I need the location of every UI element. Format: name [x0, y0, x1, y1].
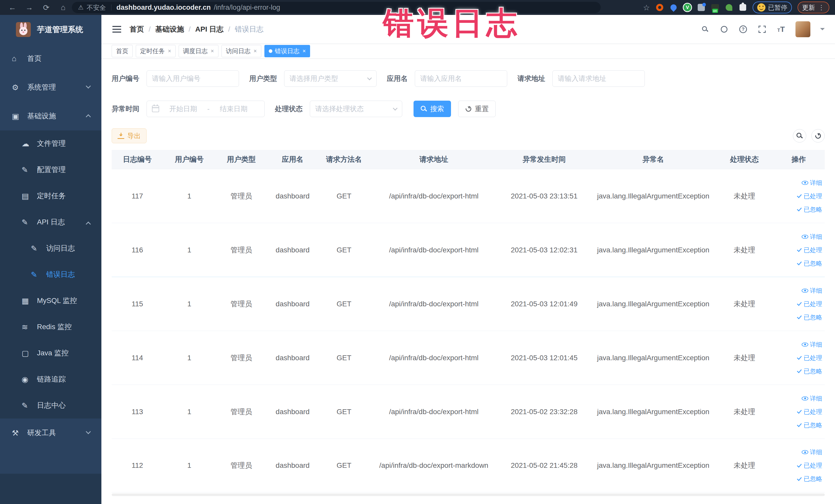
request-url-label: 请求地址: [517, 74, 545, 83]
font-size-icon[interactable]: TT: [776, 25, 786, 34]
app-name-input[interactable]: [415, 70, 507, 87]
forward-icon[interactable]: →: [23, 2, 36, 13]
sidebar-item-config-manage[interactable]: ✎ 配置管理: [0, 157, 101, 183]
back-icon[interactable]: ←: [6, 2, 19, 13]
sidebar-item-infrastructure[interactable]: ▣ 基础设施: [0, 102, 101, 130]
eye-icon: [802, 288, 808, 293]
sidebar-item-file-manage[interactable]: ☁ 文件管理: [0, 130, 101, 157]
home-icon-browser[interactable]: ⌂: [57, 2, 70, 13]
user-avatar[interactable]: [795, 21, 810, 37]
gear-icon: ⚙: [12, 83, 23, 92]
monitor-icon: ▣: [12, 112, 23, 121]
tag-cron-job[interactable]: 定时任务 ×: [136, 45, 176, 57]
mark-processed-link[interactable]: 已处理: [797, 192, 822, 200]
detail-link[interactable]: 详细: [802, 395, 822, 403]
search-button[interactable]: 搜索: [413, 101, 451, 117]
user-type-select[interactable]: 请选择用户类型: [284, 70, 376, 87]
help-icon[interactable]: ?: [738, 25, 748, 34]
search-icon[interactable]: [700, 25, 710, 34]
extension-icon-on-badge[interactable]: [711, 3, 719, 12]
extension-icon-plant[interactable]: [725, 3, 733, 12]
sidebar-item-access-log[interactable]: ✎ 访问日志: [0, 235, 101, 261]
reload-icon[interactable]: ⟳: [40, 2, 53, 13]
tag-home[interactable]: 首页: [111, 45, 133, 57]
sidebar-item-error-log[interactable]: ✎ 错误日志: [0, 261, 101, 287]
process-status-select[interactable]: 请选择处理状态: [310, 101, 402, 117]
extensions-puzzle-icon[interactable]: [739, 3, 747, 12]
sidebar-item-redis-monitor[interactable]: ≋ Redis 监控: [0, 314, 101, 340]
user-id-input[interactable]: [147, 70, 239, 87]
breadcrumb-home[interactable]: 首页: [130, 24, 144, 34]
close-icon[interactable]: ×: [303, 48, 306, 55]
sidebar-item-system-manage[interactable]: ⚙ 系统管理: [0, 73, 101, 102]
mark-ignored-link[interactable]: 已忽略: [797, 475, 822, 483]
request-url-input[interactable]: [552, 70, 645, 87]
extension-icon-orange[interactable]: [656, 3, 664, 12]
breadcrumb-api-log[interactable]: API 日志: [195, 24, 224, 34]
extension-icon-green-v[interactable]: V: [683, 3, 692, 12]
detail-link[interactable]: 详细: [802, 286, 822, 295]
sidebar-item-log-center[interactable]: ✎ 日志中心: [0, 392, 101, 419]
sidebar-logo[interactable]: 芋道管理系统: [0, 15, 101, 38]
detail-link[interactable]: 详细: [802, 179, 822, 187]
tag-error-log[interactable]: 错误日志 ×: [264, 45, 310, 57]
mark-processed-link[interactable]: 已处理: [797, 246, 822, 254]
tag-schedule-log[interactable]: 调度日志 ×: [179, 45, 219, 57]
sidebar-item-api-log[interactable]: ✎ API 日志: [0, 209, 101, 235]
close-icon[interactable]: ×: [211, 48, 214, 55]
refresh-icon: [815, 133, 821, 139]
main-area: 首页 / 基础设施 / API 日志 / 错误日志 ? TT: [101, 15, 835, 504]
mark-processed-link[interactable]: 已处理: [797, 300, 822, 308]
sidebar-item-mysql-monitor[interactable]: ▦ MySQL 监控: [0, 287, 101, 314]
breadcrumb-infrastructure[interactable]: 基础设施: [155, 24, 184, 34]
eye-icon: [802, 181, 808, 185]
reset-button[interactable]: 重置: [458, 101, 496, 117]
mark-ignored-link[interactable]: 已忽略: [797, 421, 822, 429]
mark-processed-link[interactable]: 已处理: [797, 461, 822, 469]
profile-paused-badge[interactable]: 已暂停: [753, 2, 792, 13]
sidebar-menu: ⌂ 首页 ⚙ 系统管理 ▣ 基础设施 ☁ 文件管理: [0, 44, 101, 447]
sidebar-item-java-monitor[interactable]: ▢ Java 监控: [0, 340, 101, 366]
extension-icon-drop[interactable]: [669, 3, 678, 12]
mark-processed-link[interactable]: 已处理: [797, 408, 822, 416]
address-bar[interactable]: ⚠ 不安全 dashboard.yudao.iocoder.cn/infra/l…: [72, 2, 600, 13]
mark-ignored-link[interactable]: 已忽略: [797, 259, 822, 267]
toggle-search-button[interactable]: [793, 129, 806, 142]
browser-update-button[interactable]: 更新 ⋮: [797, 2, 829, 13]
detail-link[interactable]: 详细: [802, 233, 822, 241]
exception-time-range-picker[interactable]: 开始日期 - 结束日期: [147, 101, 265, 117]
sidebar-item-home[interactable]: ⌂ 首页: [0, 44, 101, 73]
log-center-icon: ✎: [22, 401, 32, 410]
detail-link[interactable]: 详细: [802, 448, 822, 456]
mark-ignored-link[interactable]: 已忽略: [797, 313, 822, 321]
status-badge: 未处理: [716, 277, 773, 331]
avatar-caret-icon[interactable]: [820, 28, 825, 33]
download-icon: [118, 133, 124, 139]
sidebar-collapse-button[interactable]: [111, 24, 122, 35]
github-icon[interactable]: [719, 25, 729, 34]
chevron-up-icon: [86, 222, 91, 227]
close-icon[interactable]: ×: [168, 48, 171, 55]
mark-processed-link[interactable]: 已处理: [797, 354, 822, 362]
horizontal-scrollbar[interactable]: [111, 493, 825, 496]
mark-ignored-link[interactable]: 已忽略: [797, 367, 822, 375]
exception-time-label: 异常时间: [111, 104, 139, 114]
annotation-overlay-title: 错误日志: [383, 3, 521, 44]
fullscreen-icon[interactable]: [757, 25, 767, 34]
error-log-table: 日志编号 用户编号 用户类型 应用名 请求方法名 请求地址 异常发生时间 异常名…: [111, 150, 825, 492]
process-status-label: 处理状态: [275, 104, 303, 114]
export-button[interactable]: 导出: [111, 128, 147, 143]
browser-menu-kebab-icon[interactable]: ⋮: [818, 4, 825, 12]
check-icon: [797, 260, 802, 265]
sidebar-item-dev-tools[interactable]: ⚒ 研发工具: [0, 419, 101, 447]
extension-icon-grid[interactable]: [697, 3, 705, 12]
sidebar-item-trace[interactable]: ◉ 链路追踪: [0, 366, 101, 392]
bookmark-star-icon[interactable]: ☆: [643, 3, 650, 12]
sidebar-item-cron-job[interactable]: ▤ 定时任务: [0, 183, 101, 209]
sidebar-bottom-strip: [0, 474, 101, 504]
mark-ignored-link[interactable]: 已忽略: [797, 205, 822, 214]
refresh-table-button[interactable]: [811, 129, 825, 142]
tag-access-log[interactable]: 访问日志 ×: [222, 45, 261, 57]
detail-link[interactable]: 详细: [802, 340, 822, 349]
close-icon[interactable]: ×: [253, 48, 257, 55]
